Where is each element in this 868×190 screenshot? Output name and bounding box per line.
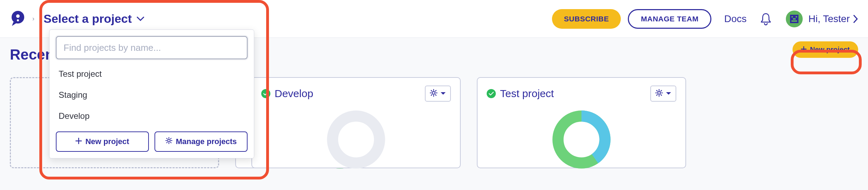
project-card[interactable]: Test project [477,77,686,168]
svg-rect-4 [791,16,793,18]
chevron-down-icon [137,16,144,21]
card-settings-button[interactable] [650,86,676,102]
project-card[interactable]: Develop [251,77,461,168]
subscribe-button[interactable]: SUBSCRIBE [552,9,621,29]
project-option[interactable]: Test project [56,63,248,84]
status-ok-icon [487,89,496,98]
gear-icon [430,89,438,98]
project-search-input[interactable] [56,36,248,59]
breadcrumb-separator: › [32,15,34,22]
project-selector-label: Select a project [44,12,132,26]
svg-point-14 [658,91,660,94]
svg-point-1 [16,14,20,18]
svg-rect-2 [17,19,19,21]
svg-point-8 [167,140,170,142]
user-greeting: Hi, Tester [808,13,850,25]
user-menu[interactable]: Hi, Tester [786,11,858,27]
app-logo[interactable] [10,10,27,28]
plus-icon [801,46,807,54]
svg-rect-7 [793,18,796,20]
gear-icon [655,89,663,98]
new-project-label: New project [810,46,850,54]
project-dropdown-list: Test project Staging Develop [56,63,248,127]
chevron-right-icon [853,15,858,23]
project-option[interactable]: Develop [56,106,248,127]
gear-icon [165,137,172,146]
dropdown-new-project-button[interactable]: New project [56,131,149,152]
svg-rect-5 [796,16,797,18]
manage-team-button[interactable]: MANAGE TEAM [628,9,711,29]
docs-label: Docs [724,13,747,24]
status-ok-icon [261,89,270,98]
donut-chart [551,109,612,170]
project-selector[interactable]: Select a project [38,9,150,28]
manage-team-label: MANAGE TEAM [641,15,698,23]
plus-icon [75,137,82,146]
project-dropdown: Test project Staging Develop New project… [49,29,254,158]
caret-down-icon [440,90,446,97]
project-card-title: Test project [500,88,554,100]
user-avatar [786,11,803,27]
project-card-title: Develop [275,88,313,100]
subscribe-label: SUBSCRIBE [564,15,609,23]
dropdown-manage-projects-button[interactable]: Manage projects [154,131,248,152]
notifications-bell-icon[interactable] [760,12,772,26]
dropdown-manage-projects-label: Manage projects [176,137,237,146]
donut-chart [325,109,387,170]
caret-down-icon [666,90,671,97]
project-option[interactable]: Staging [56,84,248,106]
svg-rect-6 [791,20,797,22]
svg-point-13 [333,116,380,163]
svg-point-12 [432,91,435,94]
new-project-button[interactable]: New project [793,41,858,58]
docs-link[interactable]: Docs [724,13,747,25]
card-settings-button[interactable] [425,86,451,102]
dropdown-new-project-label: New project [85,137,129,146]
